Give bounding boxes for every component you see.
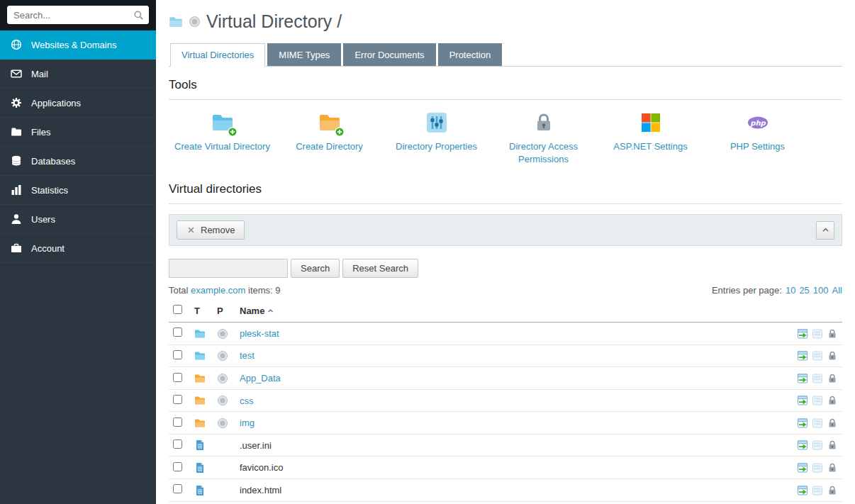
entries-option-100[interactable]: 100 xyxy=(813,285,829,296)
open-in-browser-icon[interactable] xyxy=(797,395,808,407)
tool-php-settings-button[interactable]: PHP Settings xyxy=(704,111,811,165)
tool-directory-access-permissions-button[interactable]: Directory Access Permissions xyxy=(490,111,597,165)
remove-button[interactable]: Remove xyxy=(177,220,245,240)
tool-label: Create Directory xyxy=(276,140,383,153)
tool-label: Directory Access Permissions xyxy=(490,140,597,165)
row-checkbox[interactable] xyxy=(173,484,182,493)
folder-orange-icon xyxy=(194,395,206,406)
folder-orange-icon xyxy=(194,418,206,429)
row-name-link[interactable]: plesk-stat xyxy=(240,328,279,339)
search-icon[interactable] xyxy=(133,10,144,21)
domain-link[interactable]: example.com xyxy=(191,285,245,296)
sidebar-search xyxy=(0,0,156,30)
row-checkbox[interactable] xyxy=(173,373,182,382)
row-checkbox[interactable] xyxy=(173,418,182,427)
case-icon xyxy=(11,242,22,254)
row-checkbox[interactable] xyxy=(173,439,182,449)
preview-icon[interactable] xyxy=(812,395,823,407)
sidebar-item-label: Account xyxy=(31,243,65,254)
open-in-browser-icon[interactable] xyxy=(797,327,808,340)
sidebar-item-account[interactable]: Account xyxy=(0,234,156,263)
open-in-browser-icon[interactable] xyxy=(797,461,808,474)
row-name: .user.ini xyxy=(240,440,272,451)
folder-blue-icon xyxy=(194,328,206,340)
row-checkbox[interactable] xyxy=(173,395,182,404)
sidebar-item-applications[interactable]: Applications xyxy=(0,89,156,118)
preview-icon[interactable] xyxy=(812,327,823,340)
sidebar-nav: Websites & DomainsMailApplicationsFilesD… xyxy=(0,30,156,263)
column-name-sort[interactable]: Name xyxy=(235,298,771,323)
search-input[interactable] xyxy=(7,6,149,24)
tab-mime-types[interactable]: MIME Types xyxy=(267,43,341,66)
tab-error-documents[interactable]: Error Documents xyxy=(343,43,435,66)
row-checkbox[interactable] xyxy=(173,350,182,359)
globe-icon xyxy=(11,39,22,50)
table-row: img xyxy=(169,412,842,435)
tab-protection[interactable]: Protection xyxy=(438,43,503,66)
row-name-link[interactable]: img xyxy=(240,418,255,428)
preview-icon[interactable] xyxy=(812,461,823,474)
sidebar-item-websites-domains[interactable]: Websites & Domains xyxy=(0,30,156,60)
open-in-browser-icon[interactable] xyxy=(797,439,808,452)
protection-icon xyxy=(217,373,228,384)
folder-blue-plus-icon xyxy=(211,111,235,135)
preview-icon[interactable] xyxy=(812,439,823,452)
entries-per-page: Entries per page:1025100All xyxy=(712,285,842,296)
preview-icon[interactable] xyxy=(812,484,823,496)
tools-row: Create Virtual DirectoryCreate Directory… xyxy=(169,111,842,165)
row-checkbox[interactable] xyxy=(173,327,182,337)
sidebar-item-files[interactable]: Files xyxy=(0,118,156,147)
sidebar-item-users[interactable]: Users xyxy=(0,205,156,234)
tool-directory-properties-button[interactable]: Directory Properties xyxy=(383,111,490,165)
preview-icon[interactable] xyxy=(812,417,823,429)
preview-icon[interactable] xyxy=(812,350,823,362)
folder-orange-icon xyxy=(194,373,206,384)
lock-icon[interactable] xyxy=(827,439,838,452)
row-name-link[interactable]: test xyxy=(240,350,255,361)
sidebar-item-statistics[interactable]: Statistics xyxy=(0,176,156,205)
ms-logo-icon xyxy=(639,111,663,135)
tool-label: Directory Properties xyxy=(383,140,490,153)
sidebar-item-label: Websites & Domains xyxy=(31,40,116,50)
search-button[interactable]: Search xyxy=(291,259,340,278)
open-in-browser-icon[interactable] xyxy=(797,417,808,429)
tool-asp-net-settings-button[interactable]: ASP.NET Settings xyxy=(597,111,704,165)
open-in-browser-icon[interactable] xyxy=(797,372,808,384)
row-name-link[interactable]: css xyxy=(240,396,254,406)
select-all-checkbox[interactable] xyxy=(173,305,182,314)
lock-icon[interactable] xyxy=(827,417,838,429)
lock-icon[interactable] xyxy=(827,461,838,474)
lock-icon[interactable] xyxy=(827,484,838,496)
entries-option-25[interactable]: 25 xyxy=(799,285,809,296)
page-title: Virtual Directory / xyxy=(206,11,342,32)
lock-icon[interactable] xyxy=(827,372,838,384)
table-row: .user.ini xyxy=(169,434,842,457)
entries-label: Entries per page: xyxy=(712,285,782,296)
preview-icon[interactable] xyxy=(812,372,823,384)
tool-create-virtual-directory-button[interactable]: Create Virtual Directory xyxy=(169,111,276,165)
total-row-top: Total example.com items: 9 Entries per p… xyxy=(169,285,842,296)
sidebar-item-mail[interactable]: Mail xyxy=(0,60,156,89)
tool-label: PHP Settings xyxy=(704,140,811,153)
open-in-browser-icon[interactable] xyxy=(797,484,808,496)
lock-icon[interactable] xyxy=(827,327,838,340)
tool-create-directory-button[interactable]: Create Directory xyxy=(276,111,383,165)
entries-option-all[interactable]: All xyxy=(832,285,842,296)
tab-virtual-directories[interactable]: Virtual Directories xyxy=(170,43,265,67)
lock-icon[interactable] xyxy=(827,395,838,407)
list-search-input[interactable] xyxy=(169,259,288,278)
open-in-browser-icon[interactable] xyxy=(797,350,808,362)
table-row: favicon.ico xyxy=(169,457,842,479)
collapse-button[interactable] xyxy=(816,221,834,240)
row-name-link[interactable]: App_Data xyxy=(240,373,281,383)
vdirs-heading: Virtual directories xyxy=(169,182,842,204)
lock-icon[interactable] xyxy=(827,350,838,362)
row-checkbox[interactable] xyxy=(173,462,182,471)
sort-asc-icon xyxy=(267,307,274,315)
total-items: Total example.com items: 9 xyxy=(169,285,281,296)
folder-icon xyxy=(169,15,183,29)
sidebar: Websites & DomainsMailApplicationsFilesD… xyxy=(0,0,156,504)
sidebar-item-databases[interactable]: Databases xyxy=(0,147,156,176)
reset-search-button[interactable]: Reset Search xyxy=(342,259,418,278)
entries-option-10[interactable]: 10 xyxy=(786,285,795,296)
